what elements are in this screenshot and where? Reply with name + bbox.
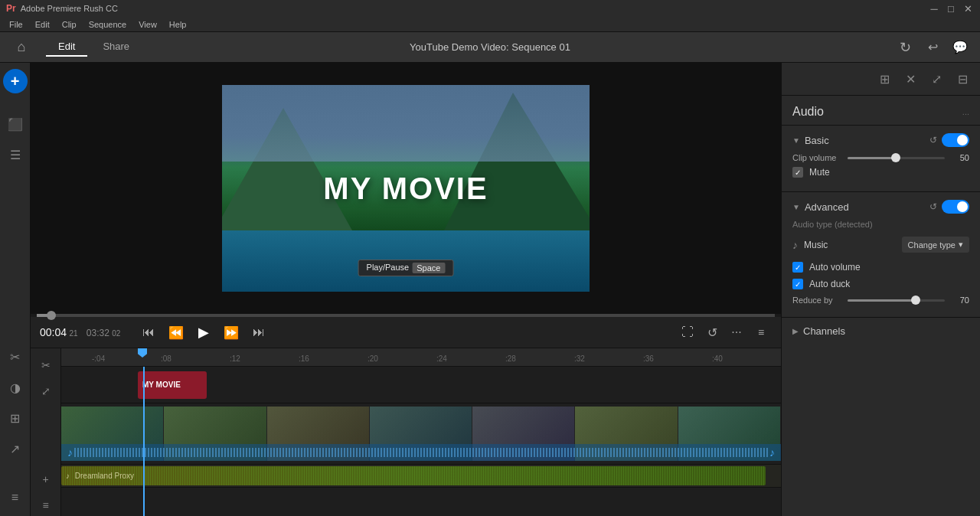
clip-volume-row: Clip volume 50	[792, 153, 969, 162]
fast-forward-button[interactable]: ⏩	[220, 322, 242, 343]
menu-bar: File Edit Clip Sequence View Help	[0, 17, 980, 32]
video-preview: MY MOVIE Play/Pause Space	[31, 63, 781, 314]
timeline-side: ✂ ⤢ + ≡	[31, 348, 61, 516]
tracks-container: MY MOVIE	[61, 367, 781, 516]
progress-bar-area[interactable]	[31, 314, 781, 317]
scissors-icon[interactable]: ✂	[35, 354, 57, 376]
loop-icon[interactable]: ↺	[701, 322, 723, 343]
reduce-by-thumb[interactable]	[911, 296, 920, 305]
menu-help[interactable]: Help	[163, 17, 193, 32]
audio-type-row: ♪ Music Change type ▾	[792, 234, 969, 256]
scrollable-tracks: -:04 :08 :12 :16 :20 :24 :28 :32 :36 :40	[61, 348, 781, 516]
title-track: MY MOVIE	[61, 367, 781, 403]
more-options-icon[interactable]: ···	[726, 322, 747, 343]
reduce-by-slider[interactable]	[848, 299, 945, 302]
panel-icon-strip: ⊞ ✕ ⤢ ⊟	[782, 63, 980, 96]
list-icon[interactable]: ≡	[3, 485, 28, 510]
channels-chevron: ▶	[792, 327, 799, 335]
mute-row: Mute	[792, 167, 969, 178]
ripple-icon[interactable]: ⤢	[35, 380, 57, 402]
close-icon[interactable]: ✕	[962, 2, 974, 15]
clip-volume-thumb[interactable]	[891, 153, 900, 162]
video-overlay-title: MY MOVIE	[323, 171, 488, 206]
go-to-end-button[interactable]: ⏭	[248, 322, 270, 343]
fullscreen-icon[interactable]: ⛶	[677, 322, 698, 343]
panel-icon-3[interactable]: ⤢	[925, 67, 948, 90]
titlebar-left: Pr Adobe Premiere Rush CC	[6, 3, 118, 14]
go-to-start-button[interactable]: ⏮	[138, 322, 159, 343]
auto-duck-checkbox[interactable]	[792, 279, 803, 289]
clip-volume-fill	[848, 157, 897, 159]
progress-thumb[interactable]	[47, 311, 56, 320]
advanced-chevron: ▼	[792, 203, 800, 211]
basic-reset-icon[interactable]: ↺	[929, 135, 937, 145]
auto-volume-checkbox[interactable]	[792, 262, 803, 273]
advanced-section-header[interactable]: ▼ Advanced ↺	[792, 200, 969, 214]
tab-share[interactable]: Share	[90, 38, 142, 57]
preview-area: MY MOVIE Play/Pause Space 00:04 21 03:32…	[31, 63, 781, 516]
basic-toggle[interactable]	[942, 133, 969, 147]
progress-bar[interactable]	[37, 314, 775, 317]
chevron-down-icon: ▾	[959, 240, 963, 250]
clip-volume-slider[interactable]	[848, 157, 945, 159]
channels-section-header[interactable]: ▶ Channels	[782, 318, 980, 345]
adjust-icon[interactable]: ⊞	[3, 406, 28, 430]
audio-track: ♪ Dreamland Proxy	[61, 465, 781, 488]
cut-icon[interactable]: ✂	[3, 345, 28, 369]
panel-icon-2[interactable]: ✕	[899, 67, 922, 90]
title-bar: Pr Adobe Premiere Rush CC ─ □ ✕	[0, 0, 980, 17]
titlebar-controls[interactable]: ─ □ ✕	[928, 2, 974, 15]
play-button[interactable]: ▶	[193, 322, 214, 343]
panel-icon-4[interactable]: ⊟	[951, 67, 974, 90]
menu-edit[interactable]: Edit	[29, 17, 56, 32]
zoom-in-icon[interactable]: +	[35, 469, 57, 490]
auto-duck-row: Auto duck	[792, 279, 969, 289]
ruler-row: -:04 :08 :12 :16 :20 :24 :28 :32 :36 :40	[61, 348, 781, 367]
waveform-overlay: ♪ ♪	[61, 444, 781, 461]
timeline-wrapper: ✂ ⤢ + ≡ -:04 :08 :12 :16 :20 :24 :28 :32	[31, 348, 781, 516]
basic-section-header[interactable]: ▼ Basic ↺	[792, 133, 969, 147]
media-icon[interactable]: ⬛	[3, 112, 28, 136]
menu-sequence[interactable]: Sequence	[83, 17, 133, 32]
basic-chevron: ▼	[792, 136, 800, 145]
advanced-toggle[interactable]	[942, 200, 969, 214]
right-panel: ⊞ ✕ ⤢ ⊟ Audio ... ▼ Basic ↺	[781, 63, 980, 516]
library-icon[interactable]: ☰	[3, 142, 28, 167]
undo-icon[interactable]: ↩	[922, 37, 943, 58]
audio-clip[interactable]: ♪ Dreamland Proxy	[61, 466, 766, 485]
rewind-button[interactable]: ⏪	[165, 322, 187, 343]
audio-label: ♪ Dreamland Proxy	[66, 472, 134, 480]
mute-checkbox[interactable]	[792, 167, 803, 178]
tab-edit[interactable]: Edit	[46, 38, 87, 57]
export-icon[interactable]: ↗	[3, 436, 28, 461]
list-view-icon[interactable]: ≡	[35, 495, 57, 516]
play-pause-tooltip: Play/Pause Space	[358, 260, 454, 276]
advanced-reset-icon[interactable]: ↺	[929, 201, 937, 212]
playhead-indicator	[138, 348, 147, 358]
playhead-line	[143, 367, 145, 516]
panel-icon-1[interactable]: ⊞	[873, 67, 896, 90]
menu-clip[interactable]: Clip	[56, 17, 83, 32]
refresh-icon[interactable]: ↻	[894, 37, 916, 58]
settings-icon[interactable]: ≡	[750, 322, 772, 343]
sequence-title: YouTube Demo Video: Sequence 01	[410, 41, 570, 53]
maximize-icon[interactable]: □	[945, 2, 957, 15]
menu-view[interactable]: View	[132, 17, 163, 32]
change-type-button[interactable]: Change type ▾	[902, 237, 969, 253]
minimize-icon[interactable]: ─	[928, 2, 940, 15]
audio-type-detected-label: Audio type (detected)	[792, 220, 969, 229]
playback-controls: 00:04 21 03:32 02 ⏮ ⏪ ▶ ⏩ ⏭ ⛶ ↺ ··· ≡	[31, 317, 781, 348]
auto-volume-row: Auto volume	[792, 262, 969, 273]
controls-right: ⛶ ↺ ··· ≡	[677, 322, 772, 343]
panel-header: Audio ...	[782, 96, 980, 126]
menu-file[interactable]: File	[3, 17, 29, 32]
app-title: Adobe Premiere Rush CC	[21, 4, 118, 13]
title-clip[interactable]: MY MOVIE	[138, 371, 207, 399]
home-button[interactable]: ⌂	[9, 35, 34, 60]
music-note-icon: ♪	[792, 239, 798, 251]
comment-icon[interactable]: 💬	[949, 37, 971, 58]
left-sidebar: + ⬛ ☰ ✂ ◑ ⊞ ↗ ≡	[0, 63, 31, 516]
color-icon[interactable]: ◑	[3, 375, 28, 400]
waveform	[73, 448, 769, 457]
add-media-button[interactable]: +	[3, 69, 28, 93]
